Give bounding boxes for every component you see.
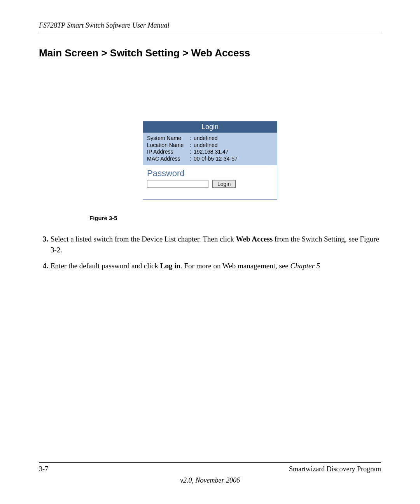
page-footer: 3-7 Smartwizard Discovery Program v2.0, … — [39, 462, 381, 485]
login-form-panel: Password Login — [143, 165, 277, 200]
step-bold: Web Access — [236, 235, 273, 243]
step-italic: Chapter 5 — [290, 262, 320, 270]
info-value: 192.168.31.47 — [194, 149, 273, 156]
info-colon: : — [190, 135, 194, 142]
footer-line: 3-7 Smartwizard Discovery Program — [39, 462, 381, 473]
step-number: 4. — [39, 261, 51, 271]
step-number: 3. — [39, 234, 51, 255]
step-post: . For more on Web management, see — [180, 262, 290, 270]
login-box-title: Login — [143, 122, 277, 133]
steps-list: 3. Select a listed switch from the Devic… — [39, 234, 381, 271]
step-text: Select a listed switch from the Device L… — [51, 234, 381, 255]
info-value: undefined — [194, 135, 273, 142]
header-title: FS728TP Smart Switch Software User Manua… — [39, 21, 170, 29]
step-3: 3. Select a listed switch from the Devic… — [39, 234, 381, 255]
step-pre: Enter the default password and click — [51, 262, 160, 270]
password-label: Password — [147, 168, 273, 178]
page-header: FS728TP Smart Switch Software User Manua… — [39, 21, 381, 32]
info-colon: : — [190, 149, 194, 156]
info-row-location-name: Location Name : undefined — [147, 142, 273, 149]
figure-container: Login System Name : undefined Location N… — [39, 121, 381, 221]
info-row-system-name: System Name : undefined — [147, 135, 273, 142]
password-input[interactable] — [147, 180, 208, 188]
info-label: Location Name — [147, 142, 190, 149]
section-title: Main Screen > Switch Setting > Web Acces… — [39, 47, 381, 59]
step-text: Enter the default password and click Log… — [51, 261, 381, 271]
info-row-mac-address: MAC Address : 00-0f-b5-12-34-57 — [147, 156, 273, 163]
step-4: 4. Enter the default password and click … — [39, 261, 381, 271]
footer-page-number: 3-7 — [39, 465, 48, 473]
login-button[interactable]: Login — [212, 180, 236, 188]
footer-version: v2.0, November 2006 — [39, 476, 381, 485]
info-value: 00-0f-b5-12-34-57 — [194, 156, 273, 163]
info-colon: : — [190, 142, 194, 149]
footer-program-name: Smartwizard Discovery Program — [289, 465, 381, 473]
info-label: MAC Address — [147, 156, 190, 163]
step-bold: Log in — [160, 262, 180, 270]
login-info-panel: System Name : undefined Location Name : … — [143, 133, 277, 165]
info-row-ip-address: IP Address : 192.168.31.47 — [147, 149, 273, 156]
password-row: Login — [147, 180, 273, 188]
figure-caption: Figure 3-5 — [89, 215, 381, 221]
info-colon: : — [190, 156, 194, 163]
info-label: IP Address — [147, 149, 190, 156]
login-box: Login System Name : undefined Location N… — [143, 121, 277, 200]
info-label: System Name — [147, 135, 190, 142]
step-pre: Select a listed switch from the Device L… — [51, 235, 236, 243]
info-value: undefined — [194, 142, 273, 149]
